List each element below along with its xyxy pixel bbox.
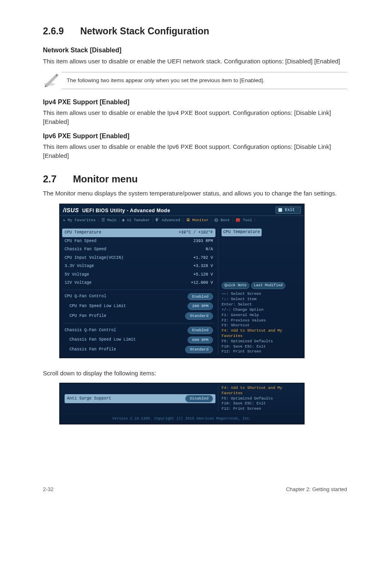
pill-600rpm[interactable]: 600 RPM — [188, 337, 213, 344]
page-footer: 2-32 Chapter 2: Getting started — [0, 486, 390, 494]
ipv6-heading: Ipv6 PXE Support [Enabled] — [43, 131, 347, 141]
tab-main[interactable]: ☰ Main — [101, 218, 117, 223]
last-modified-button[interactable]: Last Modified — [251, 282, 285, 289]
bios-title-text: UEFI BIOS Utility - Advanced Mode — [82, 208, 170, 213]
tab-favorites[interactable]: ★ My Favorites — [63, 218, 96, 223]
scroll-caption: Scroll down to display the following ite… — [43, 369, 347, 378]
bios-right-panel: CPU Temperature Quick Note Last Modified… — [218, 229, 302, 355]
section-27-heading: 2.7Monitor menu — [43, 172, 347, 186]
asus-logo: /ISUS — [63, 207, 79, 213]
network-stack-body: This item allows user to disable or enab… — [43, 57, 347, 66]
bios-version-footer: Version 2.10.1208. Copyright (C) 2013 Am… — [60, 414, 304, 424]
section-269-title: Network Stack Configuration — [80, 26, 209, 36]
pencil-note-icon — [43, 71, 62, 90]
row-cpu-fan-speed[interactable]: CPU Fan Speed 2393 RPM — [62, 237, 215, 246]
ipv4-body: This item allows user to disable or enab… — [43, 108, 347, 126]
exit-button[interactable]: Exit — [276, 206, 301, 214]
pill-200rpm[interactable]: 200 RPM — [188, 303, 213, 310]
row-cpu-temperature[interactable]: CPU Temperature +39°C / +102°F — [62, 229, 215, 237]
ipv6-body: This item allows user to disable or enab… — [43, 142, 347, 160]
help-shortcuts: →←: Select Screen ↑↓: Select Item Enter:… — [222, 292, 302, 355]
page-number: 2-32 — [43, 486, 54, 494]
note-block: The following two items appear only when… — [43, 71, 347, 90]
divider — [63, 290, 215, 290]
row-cpu-fan-low-limit[interactable]: CPU Fan Speed Low Limit 200 RPM — [62, 301, 215, 311]
pill-enabled[interactable]: Enabled — [188, 327, 213, 334]
section-27-title: Monitor menu — [73, 173, 138, 184]
tab-monitor[interactable]: 🖥 Monitor — [186, 218, 209, 223]
quick-note-button[interactable]: Quick Note — [222, 282, 249, 289]
section-27-intro: The Monitor menu displays the system tem… — [43, 189, 347, 198]
bios2-left: Anti Surge Support Disabled — [62, 386, 218, 412]
tab-tool[interactable]: 🧰 Tool — [235, 218, 252, 223]
row-5v[interactable]: 5V Voltage +5.120 V — [62, 271, 215, 279]
network-stack-heading: Network Stack [Disabled] — [43, 45, 347, 55]
tab-ai-tweaker[interactable]: ◉ Ai Tweaker — [122, 218, 150, 223]
section-27-number: 2.7 — [43, 172, 56, 186]
ipv4-heading: Ipv4 PXE Support [Enabled] — [43, 97, 347, 107]
bios-tabs: ★ My Favorites| ☰ Main| ◉ Ai Tweaker| �⳿… — [60, 216, 304, 225]
row-chassis-fan-low-limit[interactable]: Chassis Fan Speed Low Limit 600 RPM — [62, 335, 215, 345]
row-cpu-fan-profile[interactable]: CPU Fan Profile Standard — [62, 311, 215, 321]
row-chassis-qfan-control[interactable]: Chassis Q-Fan Control Enabled — [62, 325, 215, 335]
bios-left-panel: CPU Temperature +39°C / +102°F CPU Fan S… — [62, 229, 218, 355]
pill-standard[interactable]: Standard — [185, 346, 213, 353]
row-cpu-input-voltage[interactable]: CPU Input Voltage(VCCIN) +1.792 V — [62, 254, 215, 263]
pill-standard[interactable]: Standard — [185, 312, 213, 320]
row-33v[interactable]: 3.3V Voltage +3.328 V — [62, 262, 215, 271]
bios-screenshot-continued: Anti Surge Support Disabled F4: Add to S… — [59, 383, 305, 424]
bios2-right: F4: Add to Shortcut and My Favorites F5:… — [218, 386, 302, 412]
note-text: The following two items appear only when… — [62, 72, 347, 89]
row-chassis-fan-speed[interactable]: Chassis Fan Speed N/A — [62, 245, 215, 254]
bios-screenshot: /ISUS UEFI BIOS Utility - Advanced Mode … — [59, 204, 305, 358]
pill-disabled[interactable]: Disabled — [185, 395, 213, 402]
row-chassis-fan-profile[interactable]: Chassis Fan Profile Standard — [62, 345, 215, 355]
row-cpu-qfan-control[interactable]: CPU Q-Fan Control Enabled — [62, 292, 215, 302]
section-269-heading: 2.6.9Network Stack Configuration — [43, 25, 347, 38]
bios-title: /ISUS UEFI BIOS Utility - Advanced Mode — [63, 206, 170, 214]
section-269-number: 2.6.9 — [43, 25, 64, 38]
row-anti-surge[interactable]: Anti Surge Support Disabled — [65, 394, 215, 403]
bios-titlebar: /ISUS UEFI BIOS Utility - Advanced Mode … — [60, 204, 304, 216]
right-description: CPU Temperature — [222, 229, 262, 236]
tab-advanced[interactable]: �⳿ Advanced — [156, 218, 180, 223]
row-12v[interactable]: 12V Voltage +12.000 V — [62, 279, 215, 287]
divider — [63, 323, 215, 323]
pill-enabled[interactable]: Enabled — [188, 293, 213, 301]
chapter-label: Chapter 2: Getting started — [286, 486, 347, 494]
tab-boot[interactable]: ⏻ Boot — [214, 218, 230, 223]
